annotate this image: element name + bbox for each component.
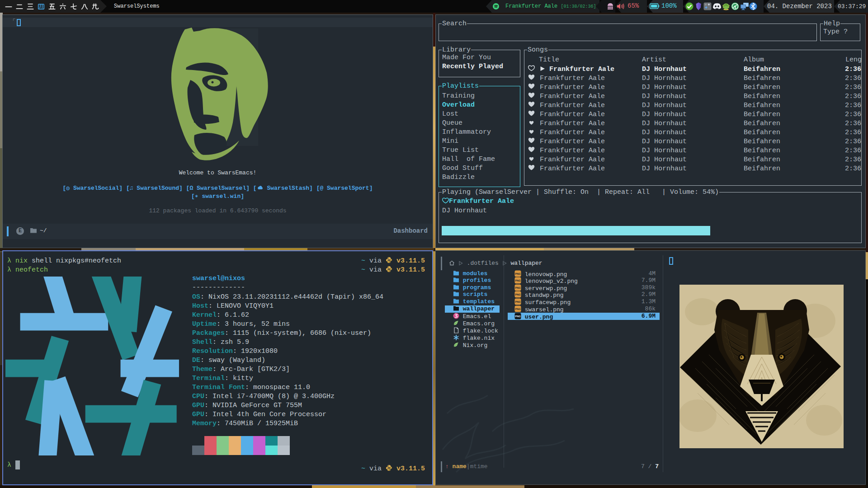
svg-text:PNG: PNG — [515, 272, 520, 275]
svg-text:PNG: PNG — [515, 293, 520, 296]
svg-text:PNG: PNG — [515, 315, 520, 318]
svg-text:PNG: PNG — [515, 308, 520, 310]
svg-text:PNG: PNG — [515, 279, 520, 282]
svg-text:PNG: PNG — [515, 286, 520, 289]
svg-text:PNG: PNG — [515, 300, 520, 303]
